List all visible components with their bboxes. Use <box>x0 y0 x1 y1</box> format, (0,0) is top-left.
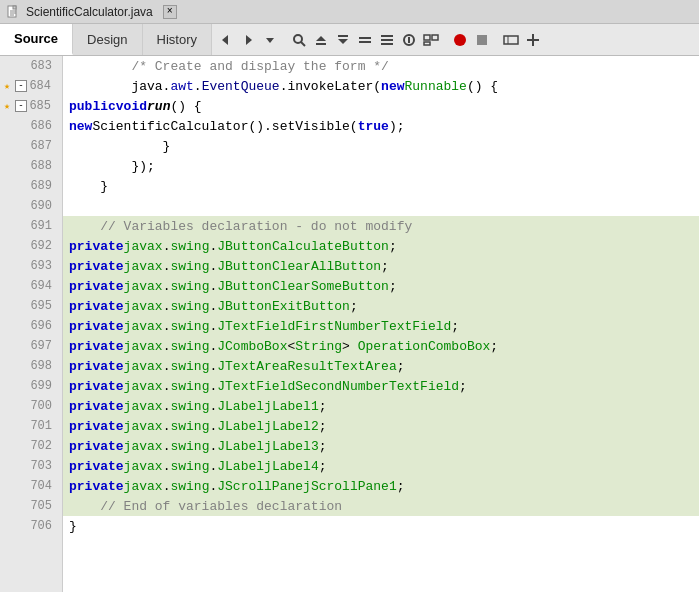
close-button[interactable]: × <box>163 5 177 19</box>
svg-rect-23 <box>424 42 430 45</box>
svg-rect-1 <box>13 6 16 9</box>
find-prev-icon[interactable] <box>311 30 331 50</box>
line-number: 695 <box>28 299 58 313</box>
search-icon[interactable] <box>289 30 309 50</box>
svg-marker-7 <box>266 38 274 43</box>
line-number: 705 <box>28 499 58 513</box>
line-number: 694 <box>28 279 58 293</box>
code-line: }); <box>63 156 699 176</box>
code-line: private javax.swing.JLabel jLabel4; <box>63 456 699 476</box>
gutter-row: 706 <box>0 516 62 536</box>
line-number: 691 <box>28 219 58 233</box>
code-line: private javax.swing.JLabel jLabel2; <box>63 416 699 436</box>
code-line: private javax.swing.JScrollPane jScrollP… <box>63 476 699 496</box>
line-number: 706 <box>28 519 58 533</box>
line-number: 693 <box>28 259 58 273</box>
code-line: private javax.swing.JTextField FirstNumb… <box>63 316 699 336</box>
line-number: 686 <box>28 119 58 133</box>
code-line: private javax.swing.JLabel jLabel3; <box>63 436 699 456</box>
gutter-row: 697 <box>0 336 62 356</box>
line-number: 698 <box>28 359 58 373</box>
toggle2-icon[interactable] <box>377 30 397 50</box>
line-number: 696 <box>28 319 58 333</box>
tab-source[interactable]: Source <box>0 24 73 55</box>
toggle1-icon[interactable] <box>355 30 375 50</box>
tab-history[interactable]: History <box>143 24 212 55</box>
line-number: 689 <box>28 179 58 193</box>
svg-marker-10 <box>316 36 326 41</box>
dropdown-icon[interactable] <box>260 30 280 50</box>
code-line: private javax.swing.JTextField SecondNum… <box>63 376 699 396</box>
toolbar-icons <box>212 24 547 55</box>
svg-rect-22 <box>432 35 438 40</box>
code-line <box>63 196 699 216</box>
title-bar: ScientificCalculator.java × <box>0 0 699 24</box>
line-number: 688 <box>28 159 58 173</box>
find-next-icon[interactable] <box>333 30 353 50</box>
code-line: // Variables declaration - do not modify <box>63 216 699 236</box>
code-line: // End of variables declaration <box>63 496 699 516</box>
tabs-toolbar: Source Design History <box>0 24 699 56</box>
editor: 683★-684★-685686687688689690691692693694… <box>0 56 699 592</box>
svg-point-8 <box>294 35 302 43</box>
gutter-row: 705 <box>0 496 62 516</box>
tab-design[interactable]: Design <box>73 24 142 55</box>
gutter-row: 692 <box>0 236 62 256</box>
toggle3-icon[interactable] <box>399 30 419 50</box>
svg-marker-12 <box>338 39 348 44</box>
more1-icon[interactable] <box>501 30 521 50</box>
gutter-row: 700 <box>0 396 62 416</box>
gutter-row: 698 <box>0 356 62 376</box>
gutter-row: 687 <box>0 136 62 156</box>
forward-icon[interactable] <box>238 30 258 50</box>
code-line: private javax.swing.JTextArea ResultText… <box>63 356 699 376</box>
code-line: } <box>63 516 699 536</box>
gutter-row: 686 <box>0 116 62 136</box>
line-number: 697 <box>28 339 58 353</box>
line-number: 690 <box>28 199 58 213</box>
stop-icon[interactable] <box>472 30 492 50</box>
line-number: 702 <box>28 439 58 453</box>
bookmark-icon: ★ <box>0 80 14 92</box>
code-line: private javax.swing.JButton CalculateBut… <box>63 236 699 256</box>
line-gutter: 683★-684★-685686687688689690691692693694… <box>0 56 63 592</box>
line-number: 699 <box>28 379 58 393</box>
code-line: } <box>63 136 699 156</box>
line-number: 684 <box>27 79 57 93</box>
svg-rect-14 <box>359 37 371 39</box>
gutter-row: 690 <box>0 196 62 216</box>
window-title: ScientificCalculator.java <box>26 5 153 19</box>
bookmark-icon: ★ <box>0 100 14 112</box>
code-line: public void run() { <box>63 96 699 116</box>
file-icon <box>6 5 20 19</box>
gutter-row: 696 <box>0 316 62 336</box>
fold-icon[interactable]: - <box>15 100 27 112</box>
gutter-row: 699 <box>0 376 62 396</box>
back-icon[interactable] <box>216 30 236 50</box>
line-number: 704 <box>28 479 58 493</box>
svg-marker-6 <box>246 35 252 45</box>
gutter-row: 683 <box>0 56 62 76</box>
gutter-row: 688 <box>0 156 62 176</box>
run-icon[interactable] <box>450 30 470 50</box>
svg-marker-5 <box>222 35 228 45</box>
fold-icon[interactable]: - <box>15 80 27 92</box>
gutter-row: 689 <box>0 176 62 196</box>
svg-rect-16 <box>381 35 393 37</box>
code-line: new ScientificCalculator().setVisible(tr… <box>63 116 699 136</box>
line-number: 692 <box>28 239 58 253</box>
code-line: } <box>63 176 699 196</box>
line-number: 683 <box>28 59 58 73</box>
code-line: private javax.swing.JLabel jLabel1; <box>63 396 699 416</box>
gutter-row: 691 <box>0 216 62 236</box>
code-area[interactable]: /* Create and display the form */ java.a… <box>63 56 699 592</box>
line-number: 700 <box>28 399 58 413</box>
svg-rect-26 <box>504 36 518 44</box>
gutter-row: 701 <box>0 416 62 436</box>
svg-rect-17 <box>381 39 393 41</box>
gutter-row: 695 <box>0 296 62 316</box>
toggle4-icon[interactable] <box>421 30 441 50</box>
more2-icon[interactable] <box>523 30 543 50</box>
code-line: private javax.swing.JComboBox<String> Op… <box>63 336 699 356</box>
gutter-row: 693 <box>0 256 62 276</box>
